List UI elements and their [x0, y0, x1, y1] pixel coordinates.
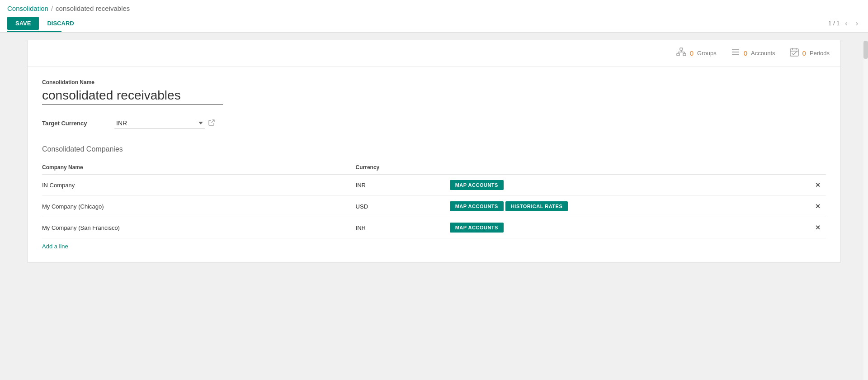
delete-cell: ✕	[802, 175, 826, 196]
currency-cell: INR	[356, 217, 450, 238]
accounts-icon	[731, 48, 740, 58]
add-line-button[interactable]: Add a line	[42, 243, 68, 250]
pagination: 1 / 1 ‹ ›	[828, 19, 861, 28]
map-accounts-button[interactable]: MAP ACCOUNTS	[450, 223, 504, 233]
svg-rect-0	[680, 48, 683, 50]
currency-field-row: Target Currency INR USD EUR GBP	[42, 118, 826, 129]
delete-row-icon[interactable]: ✕	[815, 181, 821, 189]
accounts-label: Accounts	[751, 50, 775, 57]
discard-button[interactable]: DISCARD	[42, 17, 78, 30]
col-header-actions	[450, 161, 802, 175]
form-body: Consolidation Name Target Currency INR U…	[28, 66, 840, 262]
breadcrumb-separator: /	[51, 5, 53, 12]
actions-cell: MAP ACCOUNTS	[450, 175, 802, 196]
delete-cell: ✕	[802, 217, 826, 238]
company-name-cell: My Company (San Francisco)	[42, 217, 356, 238]
currency-cell: USD	[356, 196, 450, 217]
pagination-text: 1 / 1	[828, 20, 840, 27]
accounts-stat[interactable]: 0 Accounts	[731, 48, 775, 58]
companies-table: Company Name Currency IN CompanyINRMAP A…	[42, 161, 826, 238]
external-link-icon[interactable]	[208, 119, 215, 127]
groups-count: 0	[690, 49, 693, 57]
stats-header: 0 Groups 0 Accounts	[28, 40, 840, 66]
currency-select-wrap: INR USD EUR GBP	[114, 118, 215, 129]
periods-label: Periods	[810, 50, 830, 57]
groups-label: Groups	[697, 50, 717, 57]
map-accounts-button[interactable]: MAP ACCOUNTS	[450, 201, 504, 211]
consolidation-name-label: Consolidation Name	[42, 79, 826, 86]
periods-icon	[790, 48, 799, 59]
delete-row-icon[interactable]: ✕	[815, 203, 821, 210]
breadcrumb-current: consolidated receivables	[56, 5, 130, 12]
historical-rates-button[interactable]: HISTORICAL RATES	[505, 201, 568, 211]
periods-stat[interactable]: 0 Periods	[790, 48, 830, 59]
target-currency-label: Target Currency	[42, 120, 114, 127]
actions-cell: MAP ACCOUNTS	[450, 217, 802, 238]
groups-stat[interactable]: 0 Groups	[676, 48, 717, 59]
delete-cell: ✕	[802, 196, 826, 217]
company-name-cell: My Company (Chicago)	[42, 196, 356, 217]
company-name-cell: IN Company	[42, 175, 356, 196]
main-area: 0 Groups 0 Accounts	[0, 33, 868, 372]
companies-section-title: Consolidated Companies	[42, 145, 826, 153]
table-row: IN CompanyINRMAP ACCOUNTS✕	[42, 175, 826, 196]
currency-select[interactable]: INR USD EUR GBP	[114, 118, 205, 129]
groups-icon	[676, 48, 686, 59]
svg-rect-2	[683, 53, 686, 56]
col-header-company: Company Name	[42, 161, 356, 175]
scrollbar-track[interactable]	[863, 41, 868, 380]
map-accounts-button[interactable]: MAP ACCOUNTS	[450, 180, 504, 190]
table-row: My Company (Chicago)USDMAP ACCOUNTSHISTO…	[42, 196, 826, 217]
next-arrow[interactable]: ›	[853, 19, 861, 28]
active-tab-underline	[7, 31, 61, 32]
form-card: 0 Groups 0 Accounts	[27, 40, 841, 263]
svg-rect-10	[790, 49, 798, 56]
scrollbar-thumb[interactable]	[863, 41, 868, 59]
delete-row-icon[interactable]: ✕	[815, 224, 821, 231]
currency-cell: INR	[356, 175, 450, 196]
save-button[interactable]: SAVE	[7, 17, 39, 30]
actions-cell: MAP ACCOUNTSHISTORICAL RATES	[450, 196, 802, 217]
prev-arrow[interactable]: ‹	[842, 19, 850, 28]
col-header-delete	[802, 161, 826, 175]
accounts-count: 0	[744, 49, 747, 57]
periods-count: 0	[802, 49, 806, 57]
svg-rect-1	[677, 53, 679, 56]
table-row: My Company (San Francisco)INRMAP ACCOUNT…	[42, 217, 826, 238]
breadcrumb-parent[interactable]: Consolidation	[7, 5, 48, 12]
col-header-currency: Currency	[356, 161, 450, 175]
consolidation-name-input[interactable]	[42, 88, 223, 105]
